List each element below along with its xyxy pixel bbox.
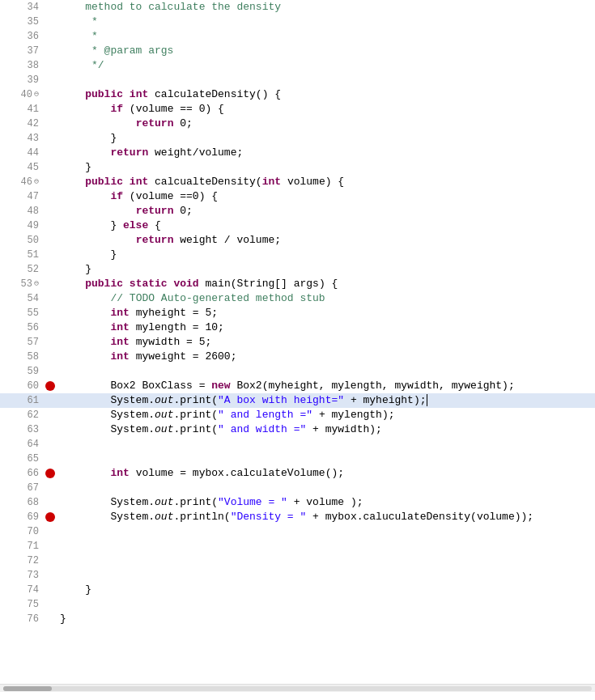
line-number-text: 36 [15,29,39,44]
line-number: 45 [0,160,42,175]
code-line: 69 System.out.println("Density = " + myb… [0,510,595,524]
code-line: 54 // TODO Auto-generated method stub [0,291,595,306]
code-content: return weight/volume; [57,146,243,160]
code-token-plain [123,176,130,188]
line-number-text: 51 [15,248,39,262]
code-token-kw: new [211,380,230,392]
line-number: 36 [0,29,42,44]
line-number-text: 41 [15,102,39,117]
code-token-plain [60,234,136,246]
code-content: if (volume == 0) { [57,102,224,117]
code-line: 35 * [0,15,595,29]
code-line: 73 [0,568,595,583]
code-line: 60 Box2 BoxClass = new Box2(myheight, my… [0,379,595,393]
code-content: * [57,29,98,44]
code-line: 38 */ [0,58,595,73]
code-token-plain: calcualteDensity( [148,176,261,188]
fold-icon[interactable]: ⊖ [34,175,39,189]
code-line: 39 [0,73,595,87]
code-token-plain [60,117,136,129]
code-token-plain: System. [60,394,155,406]
code-token-plain: + volume ); [287,496,363,508]
code-token-plain: weight/volume; [148,146,243,159]
code-token-cm: method to calculate the density [60,1,281,13]
text-cursor [427,394,427,406]
line-number-text: 68 [15,495,39,510]
line-number: 52 [0,262,42,277]
line-number: 62 [0,408,42,422]
code-content: if (volume ==0) { [57,189,218,204]
code-token-plain [60,88,85,100]
code-token-kw: int [110,321,129,333]
line-number: 53⊖ [0,277,42,291]
line-number: 49 [0,218,42,233]
line-number-text: 49 [15,218,39,233]
code-token-kw: int [110,307,129,319]
scrollbar[interactable] [0,684,595,692]
line-number: 68 [0,495,42,510]
line-number-text: 63 [15,422,39,437]
line-number-text: 57 [15,335,39,350]
code-line: 45 } [0,160,595,175]
line-number: 74 [0,583,42,597]
code-content: } [57,131,117,146]
code-line: 51 } [0,248,595,262]
line-number: 39 [0,73,42,87]
code-line: 55 int myheight = 5; [0,306,595,320]
code-token-out-italic: out [155,511,173,523]
code-token-plain: Box2(myheight, mylength, mywidth, myweig… [231,380,515,392]
code-content: int mywidth = 5; [57,335,211,350]
code-line: 76} [0,612,595,626]
code-content: // TODO Auto-generated method stub [57,291,325,306]
code-content: * [57,15,98,29]
code-content: System.out.print(" and length =" + mylen… [57,408,395,422]
line-number: 59 [0,364,42,379]
scrollbar-thumb[interactable] [3,686,52,691]
code-content: System.out.println("Density = " + mybox.… [57,510,533,524]
code-content: int myweight = 2600; [57,350,236,364]
code-token-kw: else [123,219,148,231]
code-token-kw: public [85,88,123,100]
code-token-kw: public [85,278,123,290]
code-token-plain: { [148,219,161,231]
breakpoint-indicator[interactable] [45,381,55,391]
code-token-cm: * [60,30,98,42]
code-token-plain: .print( [173,394,218,406]
code-token-plain [60,146,110,159]
code-content: return 0; [57,204,193,218]
line-number: 43 [0,131,42,146]
line-number: 56 [0,320,42,335]
code-line: 61 System.out.print("A box with height="… [0,393,595,408]
line-number: 63 [0,422,42,437]
line-number: 76 [0,612,42,626]
code-token-str: "A box with height=" [218,394,344,406]
code-content: } [57,583,91,597]
fold-icon[interactable]: ⊖ [34,87,39,102]
code-token-plain [60,103,110,115]
code-token-plain: myweight = 2600; [130,350,237,363]
scrollbar-track[interactable] [3,686,592,691]
code-token-kw: int [110,350,129,363]
code-content: public int calcualteDensity(int volume) … [57,175,344,189]
breakpoint-indicator[interactable] [45,469,55,478]
code-line: 49 } else { [0,218,595,233]
line-number-text: 53 [8,277,32,291]
line-number-text: 48 [15,204,39,218]
code-content: public int calculateDensity() { [57,87,281,102]
code-token-plain: .print( [173,423,218,435]
line-number: 35 [0,15,42,29]
fold-icon[interactable]: ⊖ [34,277,39,291]
line-number: 61 [0,393,42,408]
code-token-plain: } [60,219,123,231]
code-line: 50 return weight / volume; [0,233,595,248]
breakpoint-indicator[interactable] [45,512,55,522]
code-line: 64 [0,437,595,452]
code-token-plain [60,467,110,479]
line-number-text: 34 [15,0,39,15]
code-token-cm: */ [60,59,104,71]
line-number-text: 66 [15,466,39,481]
code-content: int mylength = 10; [57,320,224,335]
line-number-text: 50 [15,233,39,248]
code-token-plain [123,278,130,290]
line-number: 58 [0,350,42,364]
